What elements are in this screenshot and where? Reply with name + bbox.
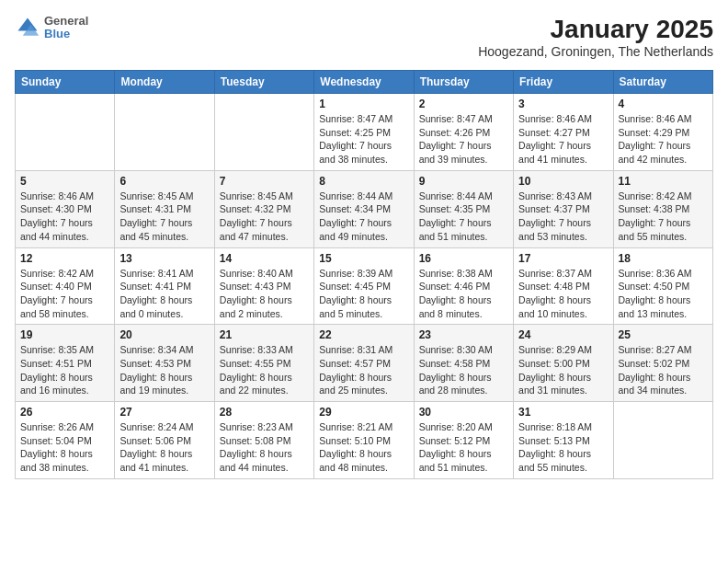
calendar-cell: 8Sunrise: 8:44 AM Sunset: 4:34 PM Daylig… (314, 170, 414, 247)
day-info: Sunrise: 8:35 AM Sunset: 4:51 PM Dayligh… (20, 343, 109, 397)
calendar-cell: 26Sunrise: 8:26 AM Sunset: 5:04 PM Dayli… (16, 402, 115, 479)
weekday-header: Tuesday (214, 71, 313, 94)
day-info: Sunrise: 8:47 AM Sunset: 4:25 PM Dayligh… (319, 112, 408, 167)
day-number: 16 (419, 252, 508, 265)
day-info: Sunrise: 8:24 AM Sunset: 5:06 PM Dayligh… (119, 420, 209, 475)
calendar-cell: 12Sunrise: 8:42 AM Sunset: 4:40 PM Dayli… (16, 247, 115, 325)
calendar-header: SundayMondayTuesdayWednesdayThursdayFrid… (16, 71, 713, 94)
calendar-cell: 7Sunrise: 8:45 AM Sunset: 4:32 PM Daylig… (214, 170, 313, 247)
day-number: 4 (619, 98, 708, 110)
calendar-cell: 13Sunrise: 8:41 AM Sunset: 4:41 PM Dayli… (115, 247, 214, 325)
day-info: Sunrise: 8:42 AM Sunset: 4:40 PM Dayligh… (20, 267, 109, 321)
logo-text: General Blue (44, 15, 88, 41)
day-info: Sunrise: 8:40 AM Sunset: 4:43 PM Dayligh… (220, 267, 309, 321)
calendar-cell: 5Sunrise: 8:46 AM Sunset: 4:30 PM Daylig… (16, 170, 115, 247)
calendar-cell: 9Sunrise: 8:44 AM Sunset: 4:35 PM Daylig… (414, 170, 513, 247)
day-number: 14 (220, 252, 309, 265)
weekday-header: Saturday (613, 71, 712, 94)
day-info: Sunrise: 8:30 AM Sunset: 4:58 PM Dayligh… (419, 343, 508, 397)
calendar-week-row: 12Sunrise: 8:42 AM Sunset: 4:40 PM Dayli… (16, 247, 713, 325)
day-info: Sunrise: 8:39 AM Sunset: 4:45 PM Dayligh… (319, 267, 408, 321)
day-number: 21 (220, 328, 309, 341)
day-info: Sunrise: 8:44 AM Sunset: 4:34 PM Dayligh… (319, 190, 408, 244)
day-number: 3 (518, 98, 608, 110)
calendar-cell: 21Sunrise: 8:33 AM Sunset: 4:55 PM Dayli… (214, 325, 313, 402)
day-info: Sunrise: 8:41 AM Sunset: 4:41 PM Dayligh… (119, 267, 209, 321)
calendar-cell: 23Sunrise: 8:30 AM Sunset: 4:58 PM Dayli… (414, 325, 513, 402)
calendar-cell: 1Sunrise: 8:47 AM Sunset: 4:25 PM Daylig… (314, 94, 414, 171)
day-info: Sunrise: 8:44 AM Sunset: 4:35 PM Dayligh… (419, 190, 508, 244)
day-info: Sunrise: 8:36 AM Sunset: 4:50 PM Dayligh… (619, 267, 708, 321)
day-number: 24 (518, 328, 608, 341)
calendar-cell: 4Sunrise: 8:46 AM Sunset: 4:29 PM Daylig… (613, 94, 712, 171)
calendar-cell: 22Sunrise: 8:31 AM Sunset: 4:57 PM Dayli… (314, 325, 414, 402)
calendar-title: January 2025 (478, 15, 713, 44)
calendar-cell (115, 94, 214, 171)
calendar-cell: 28Sunrise: 8:23 AM Sunset: 5:08 PM Dayli… (214, 402, 313, 479)
calendar-week-row: 5Sunrise: 8:46 AM Sunset: 4:30 PM Daylig… (16, 170, 713, 247)
calendar-cell: 14Sunrise: 8:40 AM Sunset: 4:43 PM Dayli… (214, 247, 313, 325)
day-info: Sunrise: 8:42 AM Sunset: 4:38 PM Dayligh… (619, 190, 708, 244)
calendar-cell: 17Sunrise: 8:37 AM Sunset: 4:48 PM Dayli… (514, 247, 613, 325)
calendar-week-row: 19Sunrise: 8:35 AM Sunset: 4:51 PM Dayli… (16, 325, 713, 402)
calendar-cell (613, 402, 712, 479)
day-number: 17 (518, 252, 608, 265)
day-number: 26 (20, 406, 109, 419)
day-number: 10 (518, 175, 608, 188)
title-block: January 2025 Hoogezand, Groningen, The N… (478, 15, 713, 59)
calendar-cell: 19Sunrise: 8:35 AM Sunset: 4:51 PM Dayli… (16, 325, 115, 402)
day-info: Sunrise: 8:29 AM Sunset: 5:00 PM Dayligh… (518, 343, 608, 397)
day-number: 6 (119, 175, 209, 188)
day-number: 20 (119, 328, 209, 341)
logo-icon (15, 15, 40, 40)
calendar-cell: 25Sunrise: 8:27 AM Sunset: 5:02 PM Dayli… (613, 325, 712, 402)
calendar-cell: 31Sunrise: 8:18 AM Sunset: 5:13 PM Dayli… (514, 402, 613, 479)
calendar-cell: 24Sunrise: 8:29 AM Sunset: 5:00 PM Dayli… (514, 325, 613, 402)
day-info: Sunrise: 8:33 AM Sunset: 4:55 PM Dayligh… (220, 343, 309, 397)
day-number: 19 (20, 328, 109, 341)
day-number: 30 (419, 406, 508, 419)
day-info: Sunrise: 8:18 AM Sunset: 5:13 PM Dayligh… (518, 420, 608, 475)
day-info: Sunrise: 8:45 AM Sunset: 4:32 PM Dayligh… (220, 190, 309, 244)
calendar-table: SundayMondayTuesdayWednesdayThursdayFrid… (15, 70, 713, 479)
day-info: Sunrise: 8:27 AM Sunset: 5:02 PM Dayligh… (619, 343, 708, 397)
day-number: 8 (319, 175, 408, 188)
logo: General Blue (15, 15, 88, 41)
weekday-header: Wednesday (314, 71, 414, 94)
day-number: 31 (518, 406, 608, 419)
calendar-cell: 20Sunrise: 8:34 AM Sunset: 4:53 PM Dayli… (115, 325, 214, 402)
calendar-cell: 18Sunrise: 8:36 AM Sunset: 4:50 PM Dayli… (613, 247, 712, 325)
day-number: 1 (319, 98, 408, 110)
weekday-header: Friday (514, 71, 613, 94)
day-number: 18 (619, 252, 708, 265)
weekday-header: Sunday (16, 71, 115, 94)
day-info: Sunrise: 8:38 AM Sunset: 4:46 PM Dayligh… (419, 267, 508, 321)
day-info: Sunrise: 8:20 AM Sunset: 5:12 PM Dayligh… (419, 420, 508, 475)
day-info: Sunrise: 8:37 AM Sunset: 4:48 PM Dayligh… (518, 267, 608, 321)
weekday-header: Thursday (414, 71, 513, 94)
calendar-cell: 29Sunrise: 8:21 AM Sunset: 5:10 PM Dayli… (314, 402, 414, 479)
calendar-week-row: 26Sunrise: 8:26 AM Sunset: 5:04 PM Dayli… (16, 402, 713, 479)
day-number: 29 (319, 406, 408, 419)
day-info: Sunrise: 8:21 AM Sunset: 5:10 PM Dayligh… (319, 420, 408, 475)
day-info: Sunrise: 8:26 AM Sunset: 5:04 PM Dayligh… (20, 420, 109, 475)
calendar-cell: 16Sunrise: 8:38 AM Sunset: 4:46 PM Dayli… (414, 247, 513, 325)
day-number: 27 (119, 406, 209, 419)
day-info: Sunrise: 8:46 AM Sunset: 4:27 PM Dayligh… (518, 112, 608, 167)
day-info: Sunrise: 8:43 AM Sunset: 4:37 PM Dayligh… (518, 190, 608, 244)
day-number: 25 (619, 328, 708, 341)
day-info: Sunrise: 8:47 AM Sunset: 4:26 PM Dayligh… (419, 112, 508, 167)
day-info: Sunrise: 8:46 AM Sunset: 4:30 PM Dayligh… (20, 190, 109, 244)
day-number: 15 (319, 252, 408, 265)
day-info: Sunrise: 8:34 AM Sunset: 4:53 PM Dayligh… (119, 343, 209, 397)
calendar-body: 1Sunrise: 8:47 AM Sunset: 4:25 PM Daylig… (16, 94, 713, 479)
logo-line2: Blue (44, 28, 88, 40)
day-number: 9 (419, 175, 508, 188)
day-info: Sunrise: 8:23 AM Sunset: 5:08 PM Dayligh… (220, 420, 309, 475)
logo-line1: General (44, 15, 88, 28)
calendar-cell (214, 94, 313, 171)
page-header: General Blue January 2025 Hoogezand, Gro… (15, 15, 713, 59)
day-info: Sunrise: 8:46 AM Sunset: 4:29 PM Dayligh… (619, 112, 708, 167)
day-number: 22 (319, 328, 408, 341)
weekday-header: Monday (115, 71, 214, 94)
